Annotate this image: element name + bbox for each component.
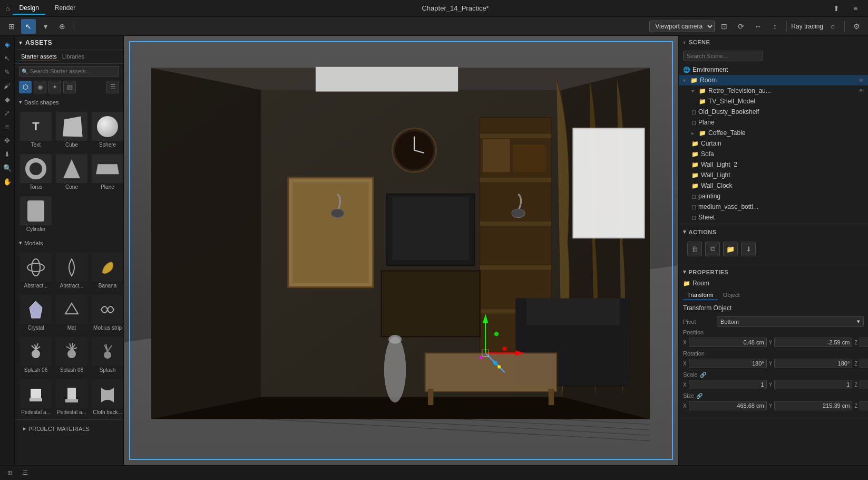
tree-item-curtain[interactable]: 📁 Curtain bbox=[679, 138, 868, 149]
tree-item-bookshelf[interactable]: ◻ Old_Dusty_Bookshelf bbox=[679, 107, 868, 117]
filter-mat[interactable]: ◉ bbox=[34, 81, 46, 93]
icon-down[interactable]: ⬇ bbox=[1, 148, 14, 160]
scene-search-input[interactable] bbox=[683, 51, 763, 61]
asset-cylinder[interactable]: Cylinder bbox=[19, 194, 53, 234]
asset-cloth[interactable]: Cloth back... bbox=[91, 377, 123, 417]
position-x-input[interactable] bbox=[689, 338, 767, 347]
basic-shapes-header[interactable]: Basic shapes bbox=[15, 95, 123, 108]
tv-expand[interactable]: ▾ bbox=[691, 88, 697, 94]
toolbar-dropdown-btn[interactable]: ▾ bbox=[38, 19, 53, 34]
tab-render[interactable]: Render bbox=[48, 2, 82, 15]
icon-paint[interactable]: 🖌 bbox=[1, 79, 14, 92]
asset-abstract2[interactable]: Abstract... bbox=[55, 251, 89, 291]
tree-item-walllight2[interactable]: 📁 Wall_Light_2 bbox=[679, 159, 868, 170]
tab-libraries[interactable]: Libraries bbox=[60, 52, 86, 61]
asset-cone[interactable]: Cone bbox=[55, 152, 89, 192]
prop-tab-object[interactable]: Object bbox=[719, 290, 744, 300]
raytrace-circle-btn[interactable]: ○ bbox=[825, 19, 840, 34]
icon-move[interactable]: ⤢ bbox=[1, 107, 14, 119]
tree-item-plane[interactable]: ◻ Plane bbox=[679, 117, 868, 128]
menu-button[interactable]: ≡ bbox=[848, 1, 863, 16]
coffee-expand[interactable]: ▸ bbox=[691, 130, 697, 136]
viewport-btn-1[interactable]: ⊡ bbox=[717, 19, 732, 34]
rotation-z-input[interactable] bbox=[860, 359, 868, 368]
size-z-input[interactable] bbox=[860, 401, 868, 410]
asset-plane[interactable]: Plane bbox=[91, 152, 123, 192]
room-vis-icon[interactable]: 👁 bbox=[859, 78, 864, 83]
prop-tab-transform[interactable]: Transform bbox=[683, 290, 718, 300]
icon-cursor[interactable]: ↖ bbox=[1, 52, 14, 64]
rotation-y-input[interactable] bbox=[774, 359, 852, 368]
scene-collapse-chevron[interactable] bbox=[683, 40, 686, 45]
viewport-btn-2[interactable]: ⟳ bbox=[734, 19, 748, 34]
tree-item-wallclock[interactable]: 📁 Wall_Clock bbox=[679, 180, 868, 191]
viewport-btn-3[interactable]: ↔ bbox=[750, 19, 765, 34]
bottom-btn-2[interactable]: ☰ bbox=[19, 468, 31, 477]
tab-starter-assets[interactable]: Starter assets bbox=[19, 52, 59, 61]
scale-x-input[interactable] bbox=[689, 380, 767, 389]
assets-collapse-chevron[interactable] bbox=[19, 39, 22, 46]
toolbar-snap-btn[interactable]: ⊕ bbox=[55, 19, 70, 34]
icon-search[interactable]: 🔍 bbox=[1, 161, 14, 174]
viewport-camera-select[interactable]: Viewport camera bbox=[649, 21, 715, 32]
position-y-input[interactable] bbox=[774, 338, 852, 347]
asset-sphere[interactable]: Sphere bbox=[91, 110, 123, 150]
settings-btn[interactable]: ⚙ bbox=[849, 19, 864, 34]
size-x-input[interactable] bbox=[689, 401, 767, 410]
filter-image[interactable]: ▨ bbox=[63, 81, 76, 93]
filter-light[interactable]: ✦ bbox=[48, 81, 61, 93]
filter-3d[interactable]: ⬡ bbox=[19, 81, 32, 93]
tree-item-walllight[interactable]: 📁 Wall_Light bbox=[679, 170, 868, 180]
action-duplicate[interactable]: ⧉ bbox=[705, 242, 720, 256]
home-icon[interactable]: ⌂ bbox=[5, 4, 9, 13]
action-folder[interactable]: 📁 bbox=[723, 242, 738, 256]
asset-abstract1[interactable]: Abstract... bbox=[19, 251, 53, 291]
toolbar-cursor-btn[interactable]: ↖ bbox=[21, 19, 36, 34]
action-delete[interactable]: 🗑 bbox=[687, 242, 702, 256]
asset-text[interactable]: T Text bbox=[19, 110, 53, 150]
tree-item-room[interactable]: ▾ 📁 Room 👁 bbox=[679, 75, 868, 85]
icon-layers[interactable]: ≡ bbox=[1, 120, 14, 133]
scale-y-input[interactable] bbox=[774, 380, 852, 389]
tree-item-sheet[interactable]: ◻ Sheet bbox=[679, 212, 868, 223]
icon-assets[interactable]: ◈ bbox=[1, 38, 14, 51]
asset-splash06[interactable]: Splash 06 bbox=[19, 335, 53, 375]
filter-list[interactable]: ☰ bbox=[106, 81, 119, 93]
size-link-icon[interactable]: 🔗 bbox=[696, 393, 703, 399]
search-input[interactable] bbox=[19, 66, 119, 76]
scale-link-icon[interactable]: 🔗 bbox=[700, 372, 706, 378]
asset-cube[interactable]: Cube bbox=[55, 110, 89, 150]
position-z-input[interactable] bbox=[860, 338, 868, 347]
pivot-select[interactable]: Bottom ▾ bbox=[717, 316, 864, 327]
asset-splash[interactable]: Splash bbox=[91, 335, 123, 375]
bottom-btn-1[interactable]: ⊞ bbox=[4, 468, 15, 477]
asset-torus[interactable]: Torus bbox=[19, 152, 53, 192]
viewport[interactable] bbox=[124, 36, 678, 465]
models-header[interactable]: Models bbox=[15, 236, 123, 248]
share-button[interactable]: ⬆ bbox=[829, 1, 844, 16]
action-download[interactable]: ⬇ bbox=[741, 242, 756, 256]
tree-item-environment[interactable]: 🌐 Environment bbox=[679, 64, 868, 75]
icon-hand[interactable]: ✋ bbox=[1, 175, 14, 188]
asset-mobius[interactable]: Mobius strip bbox=[91, 293, 123, 333]
project-materials-header[interactable]: PROJECT MATERIALS bbox=[19, 422, 119, 434]
rotation-x-input[interactable] bbox=[689, 359, 767, 368]
tree-item-sofa[interactable]: 📁 Sofa bbox=[679, 149, 868, 159]
icon-move2[interactable]: ✥ bbox=[1, 134, 14, 147]
tree-item-vase[interactable]: ◻ medium_vase_bottl... bbox=[679, 201, 868, 212]
tab-design[interactable]: Design bbox=[13, 2, 45, 15]
asset-banana[interactable]: Banana bbox=[91, 251, 123, 291]
tree-item-tv[interactable]: ▾ 📁 Retro_Television_au... 👁 bbox=[679, 85, 868, 96]
asset-crystal[interactable]: Crystal bbox=[19, 293, 53, 333]
asset-splash08[interactable]: Splash 08 bbox=[55, 335, 89, 375]
tv-vis-icon[interactable]: 👁 bbox=[859, 88, 864, 94]
asset-mat[interactable]: Mat bbox=[55, 293, 89, 333]
tree-item-tvshelf[interactable]: ▸ 📁 TV_Shelf_Model bbox=[679, 96, 868, 107]
tree-item-painting[interactable]: ◻ painting bbox=[679, 191, 868, 201]
scale-z-input[interactable] bbox=[860, 380, 868, 389]
icon-shape[interactable]: ◆ bbox=[1, 93, 14, 105]
asset-pedestal1[interactable]: Pedestal a... bbox=[19, 377, 53, 417]
size-y-input[interactable] bbox=[774, 401, 852, 410]
tree-item-coffee[interactable]: ▸ 📁 Coffee_Table bbox=[679, 128, 868, 138]
toolbar-grid-btn[interactable]: ⊞ bbox=[4, 19, 19, 34]
